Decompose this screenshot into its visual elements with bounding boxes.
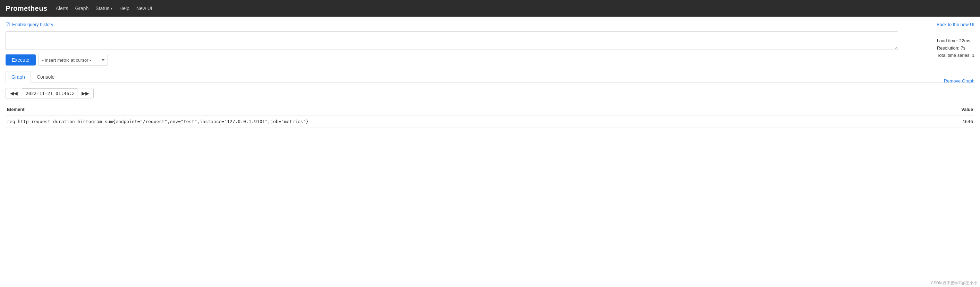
nav-new-ui[interactable]: New UI [136, 6, 152, 11]
value-column-header: Value [930, 104, 974, 115]
table-body: req_http_request_duration_histogram_sum{… [6, 115, 974, 128]
remove-graph-link[interactable]: Remove Graph [944, 78, 974, 84]
result-table: Element Value req_http_request_duration_… [6, 104, 974, 128]
action-row: Execute - insert metric at cursor - [6, 54, 974, 65]
time-forward-button[interactable]: ▶▶ [77, 88, 94, 98]
time-back-button[interactable]: ◀◀ [6, 88, 22, 98]
time-input[interactable] [22, 89, 77, 98]
stats-panel: Load time: 22ms Resolution: 7s Total tim… [937, 37, 974, 59]
back-to-new-ui-link[interactable]: Back to the new UI [937, 22, 974, 27]
load-time-stat: Load time: 22ms [937, 37, 974, 45]
brand-title: Prometheus [6, 5, 48, 13]
tabs: Graph Console [6, 71, 974, 82]
element-column-header: Element [6, 104, 930, 115]
metric-select[interactable]: - insert metric at cursor - [38, 55, 108, 65]
nav-links: Alerts Graph Status ▾ Help New UI [56, 6, 152, 11]
total-time-series-stat: Total time series: 1 [937, 52, 974, 59]
query-input[interactable] [6, 31, 898, 50]
table-row: req_http_request_duration_histogram_sum{… [6, 115, 974, 128]
chevron-down-icon: ▾ [111, 6, 113, 10]
time-nav: ◀◀ ▶▶ [6, 88, 974, 98]
query-container [6, 31, 974, 51]
execute-button[interactable]: Execute [6, 54, 36, 65]
table-header-row: Element Value [6, 104, 974, 115]
nav-graph[interactable]: Graph [75, 6, 89, 11]
nav-alerts[interactable]: Alerts [56, 6, 68, 11]
value-cell: 4646 [930, 115, 974, 128]
main-content: ☑ Enable query history Back to the new U… [0, 17, 980, 133]
resolution-stat: Resolution: 7s [937, 45, 974, 52]
nav-status[interactable]: Status ▾ [95, 6, 113, 11]
top-bar: ☑ Enable query history Back to the new U… [6, 22, 974, 27]
navbar: Prometheus Alerts Graph Status ▾ Help Ne… [0, 0, 980, 17]
nav-help[interactable]: Help [119, 6, 129, 11]
tab-console[interactable]: Console [31, 71, 60, 82]
check-icon: ☑ [6, 22, 10, 27]
element-cell: req_http_request_duration_histogram_sum{… [6, 115, 930, 128]
enable-history-link[interactable]: ☑ Enable query history [6, 22, 53, 27]
tab-graph[interactable]: Graph [6, 71, 31, 82]
